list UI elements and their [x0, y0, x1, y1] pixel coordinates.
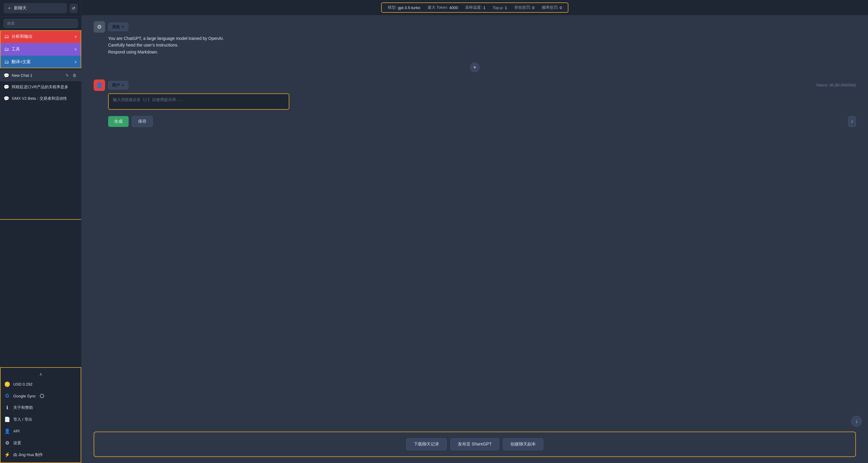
file-icon: 📄: [4, 416, 10, 422]
user-message-header: 👤 用户 ∨ Tokens: 36 ($0.0000540): [94, 80, 856, 91]
temp-item: 采样温度: 1: [465, 5, 485, 10]
settings-icon: ⚙: [4, 440, 10, 446]
sidebar: ＋ 新聊天 ↺ 🗂 分析和输出 ∨ 🗂 工具 ∨ 🗂: [0, 0, 82, 463]
user-input-area: [108, 93, 856, 111]
system-message-line1: You are ChatGPT, a large language model …: [108, 35, 856, 42]
chevron-down-icon-tools: ∨: [74, 47, 77, 51]
menu-item-creator[interactable]: ⚡ 由 Jing Hua 制作: [0, 449, 81, 461]
system-message-header: ⚙ 系统 ∨: [94, 21, 856, 33]
folder-label-tools: 工具: [11, 47, 20, 52]
sidebar-header: ＋ 新聊天 ↺: [0, 0, 81, 17]
system-message-block: ⚙ 系统 ∨ You are ChatGPT, a large language…: [94, 21, 856, 55]
user-message-input[interactable]: [108, 93, 289, 110]
model-label: 模型:: [388, 5, 397, 10]
chat-item-label-gmx: GMX V2 Beta：交易者和流动性: [12, 96, 78, 101]
presence-item: 存在惩罚: 0: [514, 5, 534, 10]
chat-icon-vr: 💬: [4, 84, 9, 90]
refresh-icon: ↺: [72, 6, 75, 10]
menu-label-import-export: 导入 / 导出: [13, 417, 32, 422]
chat-area: ⚙ 系统 ∨ You are ChatGPT, a large language…: [82, 15, 868, 432]
sync-badge-icon: [40, 394, 44, 398]
refresh-button[interactable]: ↺: [69, 4, 78, 13]
system-role-badge[interactable]: 系统 ∨: [108, 23, 128, 31]
chevron-down-icon-translate: ∨: [74, 60, 77, 64]
collapse-button[interactable]: ∧: [0, 370, 81, 378]
add-message-container: +: [94, 60, 856, 75]
folder-analytics[interactable]: 🗂 分析和输出 ∨: [0, 30, 81, 43]
system-avatar: ⚙: [94, 21, 105, 33]
main-area: 模型: gpt-3.5-turbo 最大 Token: 4000 采样温度: 1…: [82, 0, 868, 463]
user-avatar: 👤: [94, 80, 105, 91]
folder-icon-translate: 🗂: [4, 59, 9, 65]
user-role-label: 用户 ∨: [112, 83, 124, 88]
chat-item-new-chat-1[interactable]: 💬 New Chat 1 ✎ 🗑: [0, 69, 81, 81]
menu-item-api[interactable]: 👤 API: [0, 425, 81, 437]
system-role-label: 系统 ∨: [112, 24, 124, 30]
folder-icon-analytics: 🗂: [4, 34, 9, 39]
menu-item-import-export[interactable]: 📄 导入 / 导出: [0, 413, 81, 425]
chevron-up-icon: ∧: [39, 372, 42, 377]
bottom-actions-bar: 下载聊天记录 发布至 ShareGPT 创建聊天副本: [94, 432, 856, 457]
folder-label-analytics: 分析和输出: [11, 34, 33, 39]
user-role-badge[interactable]: 用户 ∨: [108, 81, 128, 89]
user-message-block: 👤 用户 ∨ Tokens: 36 ($0.0000540) 生成 保存 /: [94, 80, 856, 127]
sidebar-bottom-menu: ∧ 🪙 USD 0.292 G Google Sync ℹ 关于和赞助 📄 导入…: [0, 367, 81, 463]
chat-icon: 💬: [4, 73, 9, 78]
download-chat-button[interactable]: 下载聊天记录: [406, 438, 447, 450]
menu-item-settings[interactable]: ⚙ 设置: [0, 437, 81, 449]
max-token-label: 最大 Token:: [428, 5, 448, 10]
max-token-item: 最大 Token: 4000: [428, 5, 458, 10]
info-icon: ℹ: [4, 405, 10, 410]
chat-item-gmx[interactable]: 💬 GMX V2 Beta：交易者和流动性: [0, 93, 81, 104]
create-copy-button[interactable]: 创建聊天副本: [503, 438, 543, 450]
chat-icon-gmx: 💬: [4, 96, 9, 101]
plus-icon-add: +: [473, 64, 476, 71]
save-button[interactable]: 保存: [132, 116, 153, 127]
menu-item-google-sync[interactable]: G Google Sync: [0, 390, 81, 402]
freq-value: 0: [560, 5, 562, 10]
search-input[interactable]: [4, 19, 78, 28]
top-bar: 模型: gpt-3.5-turbo 最大 Token: 4000 采样温度: 1…: [82, 0, 868, 15]
menu-label-about: 关于和赞助: [13, 405, 33, 410]
search-bar: [0, 17, 81, 30]
folder-translate[interactable]: 🗂 翻译+文案 ∨: [0, 56, 81, 68]
usd-icon: 🪙: [4, 381, 10, 387]
topp-item: Top-p: 1: [493, 5, 507, 10]
menu-label-api: API: [13, 429, 20, 433]
chevron-down-icon: ∨: [74, 34, 77, 39]
presence-label: 存在惩罚:: [514, 5, 531, 10]
chat-list: 💬 New Chat 1 ✎ 🗑 💬 阿根廷进口VR产品的关税率是多 💬 GMX…: [0, 68, 81, 219]
plus-icon: ＋: [7, 5, 11, 11]
delete-chat-button[interactable]: 🗑: [71, 73, 78, 78]
folder-tools[interactable]: 🗂 工具 ∨: [0, 43, 81, 56]
system-message-line3: Respond using Markdown.: [108, 49, 856, 55]
edit-chat-button[interactable]: ✎: [64, 73, 70, 78]
chat-item-vr[interactable]: 💬 阿根廷进口VR产品的关税率是多: [0, 81, 81, 93]
generate-button[interactable]: 生成: [108, 116, 129, 127]
temp-value: 1: [483, 5, 485, 10]
menu-item-about[interactable]: ℹ 关于和赞助: [0, 402, 81, 413]
temp-label: 采样温度:: [465, 5, 482, 10]
freq-item: 频率惩罚: 0: [542, 5, 562, 10]
user-icon: 👤: [96, 82, 103, 89]
presence-value: 0: [532, 5, 534, 10]
folder-label-translate: 翻译+文案: [11, 59, 31, 65]
menu-label-settings: 设置: [13, 440, 21, 446]
publish-sharegpt-button[interactable]: 发布至 ShareGPT: [450, 438, 499, 450]
scroll-bottom-button[interactable]: ↓: [851, 416, 862, 427]
new-chat-label: 新聊天: [14, 5, 27, 11]
api-icon: 👤: [4, 428, 10, 434]
menu-label-google-sync: Google Sync: [13, 394, 36, 398]
folder-icon-tools: 🗂: [4, 47, 9, 52]
menu-label-creator: 由 Jing Hua 制作: [13, 452, 43, 458]
topp-label: Top-p:: [493, 5, 503, 10]
add-message-button[interactable]: +: [470, 63, 479, 72]
model-value: gpt-3.5-turbo: [398, 5, 420, 10]
gear-icon: ⚙: [97, 24, 102, 30]
new-chat-button[interactable]: ＋ 新聊天: [4, 3, 67, 13]
max-token-value: 4000: [450, 5, 458, 10]
menu-item-usd[interactable]: 🪙 USD 0.292: [0, 378, 81, 390]
system-message-content: You are ChatGPT, a large language model …: [108, 35, 856, 55]
google-icon: G: [4, 393, 10, 399]
slash-button[interactable]: /: [848, 116, 856, 127]
